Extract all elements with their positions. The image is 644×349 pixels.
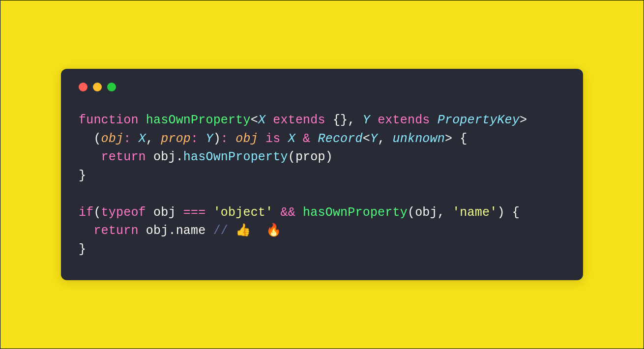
code-window: function hasOwnProperty<X extends {}, Y … xyxy=(61,69,583,280)
keyword-if: if xyxy=(79,205,93,220)
keyword-function: function xyxy=(79,113,139,127)
operator-amp: & xyxy=(303,132,310,146)
type-record: Record xyxy=(318,132,363,146)
type-param-y: Y xyxy=(363,113,370,127)
string-object: 'object' xyxy=(213,205,273,220)
function-call: hasOwnProperty xyxy=(303,205,408,220)
close-icon[interactable] xyxy=(79,83,88,91)
window-titlebar xyxy=(79,83,565,91)
param-prop: prop xyxy=(161,132,191,146)
keyword-is: is xyxy=(265,132,280,146)
function-name: hasOwnProperty xyxy=(146,113,251,127)
type-param-x: X xyxy=(258,113,265,127)
param-obj: obj xyxy=(101,132,124,146)
code-block: function hasOwnProperty<X extends {}, Y … xyxy=(79,111,565,259)
keyword-extends: extends xyxy=(273,113,325,127)
property-name: name xyxy=(176,224,206,238)
operator-and: && xyxy=(280,205,295,220)
type-unknown: unknown xyxy=(393,132,445,146)
string-name: 'name' xyxy=(452,205,497,220)
thumbs-up-icon: 👍 xyxy=(235,224,251,238)
operator-eq: === xyxy=(183,205,206,220)
maximize-icon[interactable] xyxy=(107,83,116,91)
keyword-typeof: typeof xyxy=(101,205,146,220)
type-propertykey: PropertyKey xyxy=(438,113,520,127)
minimize-icon[interactable] xyxy=(93,83,102,91)
comment: // xyxy=(213,224,236,238)
keyword-return: return xyxy=(101,150,146,164)
method-hasownproperty: hasOwnProperty xyxy=(183,150,288,164)
keyword-return: return xyxy=(93,224,138,238)
fire-icon: 🔥 xyxy=(266,224,281,238)
keyword-extends: extends xyxy=(378,113,430,127)
